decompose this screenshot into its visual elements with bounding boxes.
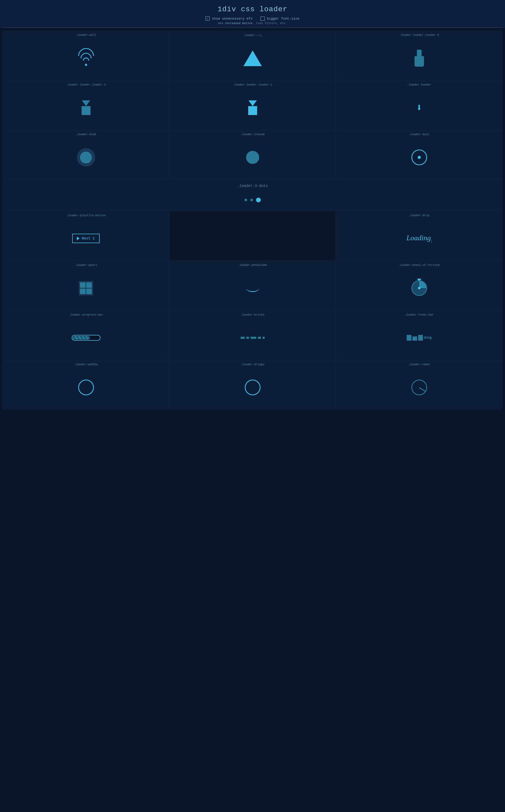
visual-loader-playflix: Next 1	[5, 219, 166, 258]
brick-1	[240, 337, 245, 339]
bigger-font-checkbox[interactable]	[261, 16, 265, 21]
bigger-font-label: bigger font-size	[267, 17, 300, 21]
show-efx-checkbox[interactable]: ✓	[205, 16, 210, 21]
cell-loader-drippy: .loader-drippy	[169, 360, 336, 410]
wifi-dot	[85, 64, 87, 66]
visual-loader-loader3	[339, 39, 500, 77]
cell-loader-wheel: .loader-wheel-of-fortune	[336, 261, 502, 310]
label-loader-radar: .loader-radar	[339, 363, 500, 366]
dot-3	[256, 198, 261, 202]
label-loader-progress: .loader-progress-bar	[5, 313, 166, 316]
visual-loader-loader: ⬇	[339, 88, 500, 127]
drippy-icon	[245, 380, 261, 395]
ball-icon	[411, 150, 427, 165]
funky-text: ding	[424, 336, 432, 340]
wheel-center	[418, 287, 420, 289]
cell-loader-radar: .loader-radar	[336, 360, 502, 410]
cell-loader-progress: .loader-progress-bar	[3, 310, 169, 360]
simple-arrow-icon: ⬇	[416, 102, 422, 114]
label-loader-triangle: .loader-○○△	[172, 33, 333, 37]
box-square-icon2	[248, 106, 257, 115]
visual-loader-inzoom	[172, 138, 333, 177]
label-loader-loader3: .loader-loader.loader-3	[339, 33, 500, 37]
visual-loader-wheel	[339, 269, 500, 308]
bottle-body	[414, 56, 424, 67]
label-loader-wheel: .loader-wheel-of-fortune	[339, 263, 500, 267]
cell-loader-gears: .loader-gears	[3, 261, 169, 310]
visual-loader-bricks	[172, 319, 333, 357]
bottle-icon	[414, 50, 424, 67]
cell-loader-triangle: .loader-○○△	[169, 31, 336, 80]
visual-loader-gears	[5, 269, 166, 308]
label-loader-loader2: .loader-loader.loader-2	[5, 83, 166, 86]
brick-3	[250, 337, 256, 339]
cell-loader-funky: .loader-funky-bar ding	[336, 310, 502, 360]
subtext: aka increased motion, like filters, etc.	[3, 22, 502, 25]
visual-loader-drippy	[172, 368, 333, 407]
show-efx-label: show unnecessary efx	[212, 17, 252, 21]
visual-loader-3dots	[7, 193, 498, 207]
gear-sq-4	[86, 288, 92, 294]
blob-inner	[80, 152, 92, 163]
cell-loader-pendulums: .loader-pendulums	[169, 261, 336, 310]
visual-loader-pendulums	[172, 269, 333, 308]
cell-loader-playflix: .loader-playflix-button Next 1	[3, 211, 169, 261]
visual-loader-loader2	[5, 88, 166, 127]
visual-loader-funky: ding	[339, 319, 500, 357]
cell-loader-drip: .loader-drip Loading|	[336, 211, 502, 261]
funky-bar-icon: ding	[407, 335, 432, 341]
brick-5	[263, 337, 265, 339]
pendulum-icon	[246, 284, 259, 292]
playflix-label: Next	[81, 236, 91, 240]
gear-sq-2	[86, 282, 92, 288]
down-arrow-icon2	[248, 100, 257, 106]
visual-loader-radar	[339, 368, 500, 407]
label-loader-loader1: .loader-loader.loader-1	[172, 83, 333, 86]
funky-segments	[407, 335, 423, 341]
cell-loader-inzoom: .loader-inzoom	[169, 130, 336, 180]
playflix-button[interactable]: Next 1	[72, 234, 100, 243]
visual-loader-blob	[5, 138, 166, 177]
three-dots-icon	[244, 198, 261, 202]
bigger-font-group[interactable]: bigger font-size	[261, 16, 300, 21]
label-loader-playflix: .loader-playflix-button	[5, 214, 166, 217]
label-loader-wifi: .loader-wifi	[5, 33, 166, 37]
play-icon	[77, 237, 79, 240]
cell-loader-ball: .loader-ball	[336, 130, 502, 180]
cell-loader-wobble: .loader-wobble	[3, 360, 169, 410]
visual-loader-progress	[5, 319, 166, 357]
visual-loader-drip: Loading|	[339, 219, 500, 258]
cell-loader-loader: .loader-loader ⬇	[336, 80, 502, 130]
box-square-icon	[81, 106, 91, 115]
wifi-icon	[77, 50, 95, 66]
cell-placeholder	[169, 211, 336, 261]
wobble-icon	[78, 380, 94, 395]
arrow-box-icon	[81, 100, 91, 115]
dot-2	[250, 199, 253, 201]
radar-line	[419, 387, 425, 391]
brick-2	[246, 337, 249, 339]
down-arrow-icon	[82, 100, 90, 106]
label-loader-wobble: .loader-wobble	[5, 363, 166, 366]
funky-seg-1	[407, 335, 411, 341]
visual-loader-triangle	[172, 39, 333, 77]
radar-icon	[411, 380, 427, 395]
brick-4	[258, 337, 261, 339]
label-loader-3dots: .loader-3-dots	[7, 184, 498, 188]
label-loader-bricks: .loader-bricks	[172, 313, 333, 316]
label-loader-drip: .loader-drip	[339, 214, 500, 217]
playflix-num: 1	[93, 236, 95, 240]
cell-loader-loader3: .loader-loader.loader-3	[336, 31, 502, 80]
label-loader-drippy: .loader-drippy	[172, 363, 333, 366]
visual-loader-wobble	[5, 368, 166, 407]
show-efx-group[interactable]: ✓ show unnecessary efx	[205, 16, 252, 21]
progress-bar-icon	[72, 335, 101, 341]
wheel-container	[411, 280, 427, 296]
label-loader-funky: .loader-funky-bar	[339, 313, 500, 316]
ball-inner	[417, 156, 421, 159]
visual-loader-wifi	[5, 39, 166, 77]
header: 1div css loader ✓ show unnecessary efx b…	[0, 0, 505, 28]
wheel-segment	[419, 281, 426, 288]
funky-seg-3	[418, 335, 423, 341]
cell-loader-blob: .loader-blob	[3, 130, 169, 180]
